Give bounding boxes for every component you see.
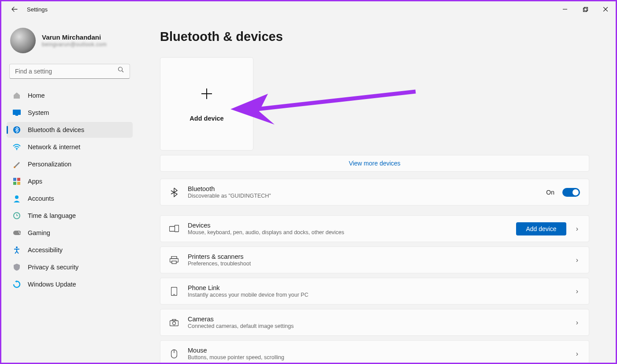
link-text: View more devices [349,160,400,167]
home-icon [13,92,21,99]
nav-privacy[interactable]: Privacy & security [7,259,133,275]
nav-label: Apps [28,178,42,185]
clock-icon [13,212,21,220]
minimize-button[interactable] [555,1,575,17]
bluetooth-toggle[interactable] [562,188,580,197]
svg-rect-22 [171,256,177,258]
update-icon [13,280,21,288]
devices-row[interactable]: Devices Mouse, keyboard, pen, audio, dis… [160,215,589,242]
nav-home[interactable]: Home [7,88,133,103]
setting-title: Devices [188,222,507,229]
profile-email: beingvarun@outlook.com [42,41,107,48]
avatar [10,28,36,53]
printers-row[interactable]: Printers & scanners Preferences, trouble… [160,246,589,273]
svg-rect-27 [170,320,178,326]
nav-label: Accessibility [28,246,63,254]
svg-point-14 [15,195,19,199]
nav-personalization[interactable]: Personalization [7,156,133,172]
chevron-right-icon: › [574,225,580,233]
setting-title: Bluetooth [188,185,537,192]
window-controls [555,1,616,17]
apps-icon [13,177,21,185]
setting-title: Mouse [188,347,565,354]
nav-system[interactable]: System [7,105,133,121]
setting-title: Printers & scanners [188,253,565,260]
svg-rect-6 [15,115,18,116]
back-button[interactable] [11,6,18,13]
add-device-label: Add device [190,115,223,122]
close-button[interactable] [595,1,616,17]
setting-sub: Instantly access your mobile device from… [188,292,565,298]
svg-rect-13 [17,182,20,185]
chevron-right-icon: › [574,287,580,295]
svg-rect-10 [13,178,16,181]
svg-point-17 [19,232,19,232]
nav-label: Time & language [28,212,76,219]
nav-label: Gaming [28,229,50,236]
nav-apps[interactable]: Apps [7,173,133,189]
cameras-row[interactable]: Cameras Connected cameras, default image… [160,309,589,336]
maximize-button[interactable] [575,1,595,17]
chevron-right-icon: › [574,319,580,327]
search-input[interactable] [9,64,130,79]
svg-rect-29 [172,319,176,320]
nav-label: Privacy & security [28,264,78,271]
view-more-devices[interactable]: View more devices [160,155,589,172]
nav-label: Accounts [28,195,54,202]
person-icon [13,195,21,202]
maximize-icon [583,7,588,12]
svg-rect-11 [17,178,20,181]
toggle-label: On [546,189,554,196]
svg-rect-12 [13,182,16,185]
setting-title: Cameras [188,316,565,323]
phone-icon [169,287,179,296]
svg-rect-21 [175,225,179,232]
minimize-icon [563,7,567,11]
svg-rect-24 [172,261,176,264]
brush-icon [13,160,21,168]
svg-point-8 [16,149,17,150]
mouse-row[interactable]: Mouse Buttons, mouse pointer speed, scro… [160,340,589,363]
devices-icon [169,224,179,234]
profile-block[interactable]: Varun Mirchandani beingvarun@outlook.com [7,24,133,62]
nav-label: Network & internet [28,143,80,151]
svg-point-9 [14,166,15,168]
svg-rect-5 [13,110,21,115]
nav-label: System [28,109,49,116]
accessibility-icon [13,246,21,254]
sidebar: Varun Mirchandani beingvarun@outlook.com… [1,17,138,363]
setting-sub: Discoverable as "GUIDINGTECH" [188,193,537,199]
bluetooth-icon [169,188,179,197]
nav-update[interactable]: Windows Update [7,276,133,292]
setting-sub: Mouse, keyboard, pen, audio, displays an… [188,229,507,235]
nav-bluetooth[interactable]: Bluetooth & devices [7,122,133,138]
page-title: Bluetooth & devices [160,29,589,44]
close-icon [603,7,608,11]
arrow-left-icon [11,6,18,13]
svg-rect-1 [583,8,587,11]
nav-accessibility[interactable]: Accessibility [7,242,133,258]
svg-point-19 [16,246,18,248]
nav-gaming[interactable]: Gaming [7,225,133,241]
svg-rect-2 [584,7,587,11]
system-icon [13,109,21,117]
nav-accounts[interactable]: Accounts [7,191,133,206]
shield-icon [13,263,21,271]
window-title: Settings [27,6,48,13]
setting-sub: Buttons, mouse pointer speed, scrolling [188,354,565,360]
titlebar: Settings [1,1,616,17]
main-content: Bluetooth & devices Add device View more… [138,17,616,363]
add-device-button[interactable]: Add device [516,222,566,235]
nav-time[interactable]: Time & language [7,208,133,224]
setting-sub: Connected cameras, default image setting… [188,323,565,329]
phone-link-row[interactable]: Phone Link Instantly access your mobile … [160,278,589,305]
nav-label: Windows Update [28,281,76,288]
plus-icon [199,86,215,105]
add-device-tile[interactable]: Add device [160,57,253,151]
camera-icon [169,318,179,327]
chevron-right-icon: › [574,350,580,358]
chevron-right-icon: › [574,256,580,264]
printer-icon [169,255,179,265]
nav-network[interactable]: Network & internet [7,139,133,155]
nav-label: Bluetooth & devices [28,126,84,133]
